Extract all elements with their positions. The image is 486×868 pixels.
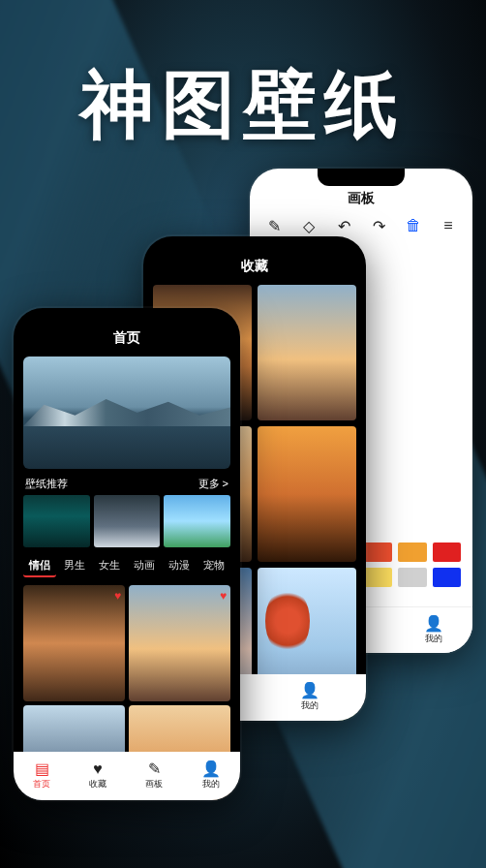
more-button[interactable]: 更多 > [198, 477, 228, 491]
nav-label: 我的 [202, 778, 220, 790]
heart-icon[interactable]: ♥ [220, 589, 227, 603]
nav-item-person[interactable]: 👤我的 [424, 616, 443, 645]
color-swatch[interactable] [433, 568, 461, 587]
wallpaper-thumbnail[interactable]: ♥ [129, 585, 230, 701]
wallpaper-thumbnail[interactable] [23, 495, 90, 547]
nav-item-heart[interactable]: ♥收藏 [89, 761, 106, 790]
image-icon: ▤ [35, 761, 49, 777]
category-tabs: 情侣男生女生动画动漫宠物 [14, 547, 240, 581]
wallpaper-thumbnail[interactable] [94, 495, 161, 547]
redo-icon[interactable]: ↷ [370, 217, 387, 234]
person-icon: 👤 [424, 616, 443, 632]
category-tab[interactable]: 宠物 [197, 555, 230, 577]
bottom-nav: ▤首页♥收藏✎画板👤我的 [14, 752, 240, 800]
nav-item-person[interactable]: 👤我的 [300, 683, 319, 712]
pen-icon[interactable]: ✎ [265, 217, 283, 234]
category-tab[interactable]: 动画 [128, 555, 161, 577]
nav-label: 收藏 [89, 778, 106, 790]
color-swatch[interactable] [364, 542, 392, 562]
category-tab[interactable]: 情侣 [23, 555, 56, 577]
person-icon: 👤 [300, 683, 319, 698]
hero-title: 神图壁纸 [0, 56, 486, 156]
nav-label: 首页 [33, 778, 50, 790]
heart-icon: ♥ [93, 761, 103, 777]
featured-wallpaper[interactable] [23, 356, 230, 469]
wallpaper-thumbnail[interactable] [258, 426, 356, 562]
nav-item-person[interactable]: 👤我的 [201, 761, 221, 790]
menu-icon[interactable]: ≡ [440, 217, 457, 234]
nav-item-brush[interactable]: ✎画板 [145, 761, 163, 790]
color-swatch[interactable] [398, 568, 426, 587]
category-tab[interactable]: 女生 [93, 555, 126, 577]
category-tab[interactable]: 男生 [58, 555, 91, 577]
category-tab[interactable]: 动漫 [163, 555, 196, 577]
nav-label: 我的 [425, 633, 442, 645]
undo-icon[interactable]: ↶ [335, 217, 352, 234]
notch [83, 308, 170, 326]
heart-icon[interactable]: ♥ [114, 589, 121, 603]
brush-icon: ✎ [148, 761, 161, 777]
nav-label: 画板 [145, 778, 163, 790]
nav-label: 我的 [301, 699, 319, 712]
phone-home: 首页 壁纸推荐 更多 > 情侣男生女生动画动漫宠物 ♥ ♥ ▤首页♥收藏✎画板👤… [14, 308, 240, 800]
nav-item-image[interactable]: ▤首页 [33, 761, 50, 790]
recommend-thumbnails [14, 495, 240, 547]
notch [211, 236, 298, 254]
drawing-toolbar: ✎ ◇ ↶ ↷ 🗑 ≡ [250, 207, 472, 240]
eraser-icon[interactable]: ◇ [300, 217, 318, 234]
section-label: 壁纸推荐 [25, 477, 68, 491]
trash-icon[interactable]: 🗑 [405, 217, 422, 234]
color-swatch[interactable] [364, 568, 392, 587]
notch [318, 169, 405, 186]
wallpaper-thumbnail[interactable]: ♥ [23, 585, 125, 701]
color-swatch[interactable] [398, 542, 426, 562]
wallpaper-thumbnail[interactable] [164, 495, 230, 547]
wallpaper-thumbnail[interactable] [258, 285, 356, 420]
person-icon: 👤 [201, 761, 221, 777]
color-swatch[interactable] [433, 542, 461, 562]
